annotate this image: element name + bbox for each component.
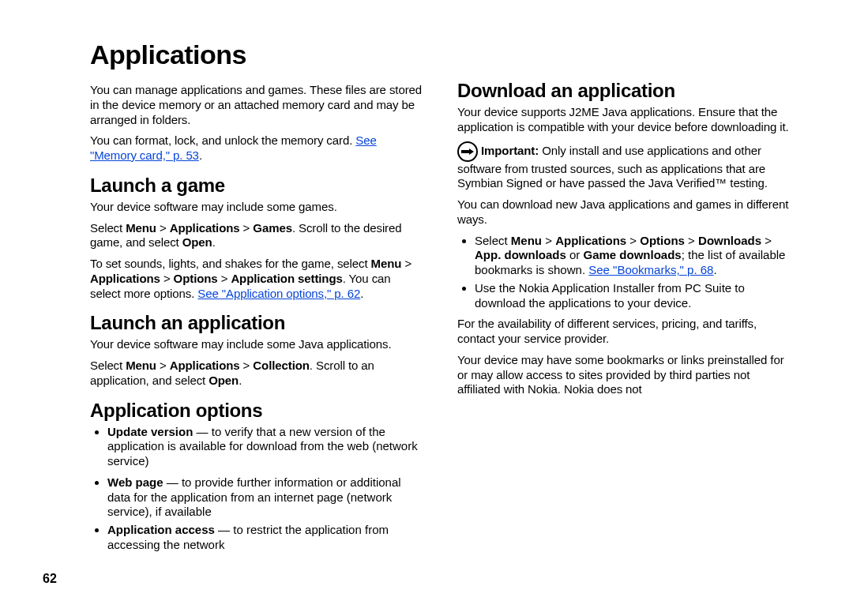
launch-app-p2: Select Menu > Applications > Collection.…	[90, 359, 424, 389]
bookmarks-link[interactable]: See "Bookmarks," p. 68	[588, 263, 713, 276]
list-item: Select Menu > Applications > Options > D…	[475, 234, 791, 278]
launch-game-p1: Your device software may include some ga…	[90, 200, 424, 215]
page-title: Applications	[90, 39, 791, 70]
menu-sep: >	[160, 272, 174, 285]
download-p2: You can download new Java applications a…	[457, 197, 791, 227]
body-text: To set sounds, lights, and shakes for th…	[90, 257, 371, 270]
option-name: Web page	[107, 475, 163, 489]
menu-sep: >	[401, 257, 411, 270]
svg-rect-1	[461, 150, 469, 153]
launch-game-heading: Launch a game	[90, 175, 424, 197]
launch-game-p2: Select Menu > Applications > Games. Scro…	[90, 221, 424, 251]
menu-path-segment: App. downloads	[475, 248, 566, 261]
body-text: Select	[90, 221, 126, 235]
application-options-heading: Application options	[90, 400, 424, 422]
download-application-heading: Download an application	[457, 80, 791, 102]
download-p1: Your device supports J2ME Java applicati…	[457, 105, 791, 135]
menu-path-segment: Options	[174, 272, 218, 285]
page-number: 62	[43, 572, 57, 586]
menu-path-segment: Game downloads	[584, 248, 682, 261]
list-item: Web page — to provide further informatio…	[107, 475, 424, 520]
menu-path-segment: Games	[253, 221, 292, 235]
menu-sep: >	[240, 221, 254, 235]
body-text: Select	[475, 234, 511, 247]
menu-path-segment: Collection	[253, 359, 310, 372]
list-item: Use the Nokia Application Installer from…	[475, 281, 791, 311]
menu-sep: >	[685, 234, 698, 247]
option-name: Update version	[107, 425, 193, 438]
download-methods-list: Select Menu > Applications > Options > D…	[457, 234, 791, 311]
important-label: Important:	[481, 143, 539, 156]
menu-path-segment: Open	[182, 235, 212, 249]
menu-sep: >	[218, 272, 231, 285]
download-p3: For the availability of different servic…	[457, 317, 791, 347]
manual-page: 62 Applications You can manage applicati…	[0, 0, 853, 616]
menu-path-segment: Applications	[90, 272, 160, 285]
list-item: Update version — to verify that a new ve…	[107, 425, 424, 469]
menu-path-segment: Options	[640, 234, 685, 247]
menu-path-segment: Menu	[371, 257, 402, 270]
application-options-list-continued: Web page — to provide further informatio…	[90, 475, 424, 553]
menu-sep: >	[542, 234, 555, 247]
menu-path-segment: Menu	[126, 359, 156, 372]
menu-path-segment: Applications	[555, 234, 626, 247]
option-name: Application access	[107, 523, 215, 536]
content-columns: You can manage applications and games. T…	[90, 80, 791, 601]
body-text: Select	[90, 359, 126, 372]
application-options-link[interactable]: See "Application options," p. 62	[197, 287, 360, 300]
menu-sep: >	[240, 359, 254, 372]
menu-path-segment: Menu	[126, 221, 156, 235]
menu-path-segment: Application settings	[231, 272, 342, 285]
download-p4: Your device may have some bookmarks or l…	[457, 353, 791, 397]
body-text: .	[199, 148, 202, 162]
body-text: .	[360, 287, 363, 300]
menu-sep: >	[156, 221, 170, 235]
intro-paragraph-2: You can format, lock, and unlock the mem…	[90, 133, 424, 163]
launch-game-p3: To set sounds, lights, and shakes for th…	[90, 257, 424, 301]
launch-application-heading: Launch an application	[90, 312, 424, 334]
app-options-block: Application options Update version — to …	[90, 400, 424, 469]
menu-path-segment: Open	[209, 374, 239, 387]
menu-path-segment: Applications	[170, 359, 240, 372]
menu-sep: >	[156, 359, 170, 372]
menu-sep: >	[761, 234, 772, 247]
launch-app-p1: Your device software may include some Ja…	[90, 337, 424, 352]
menu-path-segment: Downloads	[698, 234, 761, 247]
body-text: You can format, lock, and unlock the mem…	[90, 133, 355, 147]
body-text: or	[566, 248, 584, 261]
important-arrow-icon	[457, 141, 478, 162]
application-options-list: Update version — to verify that a new ve…	[90, 425, 424, 469]
list-item: Application access — to restrict the app…	[107, 523, 424, 553]
body-text: .	[212, 235, 216, 249]
menu-path-segment: Menu	[511, 234, 542, 247]
intro-paragraph-1: You can manage applications and games. T…	[90, 83, 424, 127]
body-text: .	[239, 374, 242, 387]
menu-sep: >	[626, 234, 640, 247]
body-text: .	[713, 263, 716, 276]
menu-path-segment: Applications	[170, 221, 240, 235]
download-important: Important: Only install and use applicat…	[457, 141, 791, 192]
